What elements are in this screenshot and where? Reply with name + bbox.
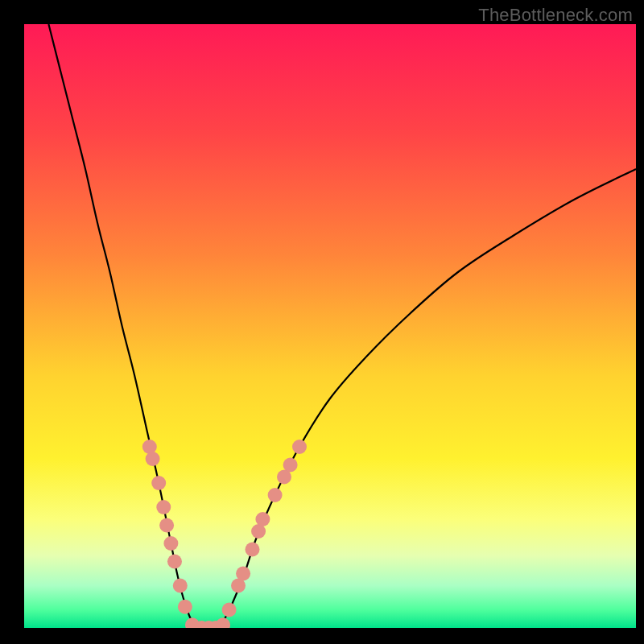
right-branch-curve — [220, 169, 636, 628]
plot-area — [24, 24, 636, 628]
data-marker — [178, 600, 192, 614]
data-marker — [222, 603, 237, 617]
data-marker — [216, 617, 230, 628]
data-marker — [156, 500, 171, 514]
data-marker — [236, 567, 250, 581]
outer-frame: TheBottleneck.com — [0, 0, 644, 644]
data-marker — [151, 476, 166, 490]
data-marker — [292, 440, 307, 454]
watermark-text: TheBottleneck.com — [478, 5, 633, 26]
marker-group — [142, 440, 307, 628]
data-marker — [142, 440, 157, 454]
data-marker — [173, 579, 188, 593]
data-marker — [283, 458, 298, 473]
data-marker — [255, 512, 270, 526]
data-marker — [163, 536, 178, 551]
data-marker — [159, 518, 174, 533]
data-marker — [245, 543, 259, 557]
data-marker — [146, 452, 160, 466]
curve-layer — [24, 24, 636, 628]
data-marker — [167, 555, 182, 569]
data-marker — [268, 488, 283, 502]
